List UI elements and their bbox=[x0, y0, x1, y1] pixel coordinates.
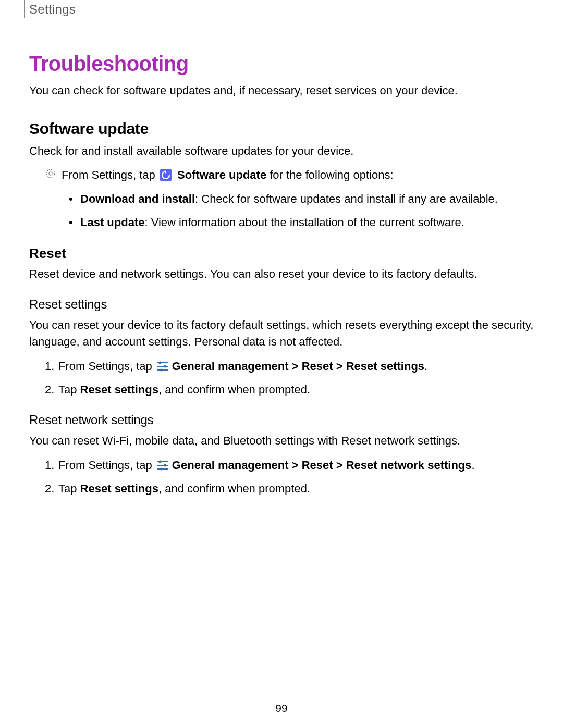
software-update-heading: Software update bbox=[29, 120, 534, 138]
gear-icon bbox=[45, 168, 56, 179]
step-prefix: Tap bbox=[58, 482, 80, 495]
reset-heading: Reset bbox=[29, 245, 534, 262]
list-item: From Settings, tap General management > … bbox=[45, 357, 534, 375]
intro-text: You can check for software updates and, … bbox=[29, 83, 534, 99]
breadcrumb: Settings bbox=[29, 2, 534, 17]
step-suffix: . bbox=[472, 459, 475, 472]
bullet-desc: : Check for software updates and install… bbox=[195, 192, 498, 205]
general-management-icon bbox=[156, 460, 169, 471]
bullet-label: Last update bbox=[80, 216, 144, 229]
step-prefix: Tap bbox=[58, 383, 80, 396]
software-update-desc: Check for and install available software… bbox=[29, 143, 534, 159]
svg-point-0 bbox=[46, 169, 55, 178]
breadcrumb-section: Settings bbox=[29, 0, 534, 21]
breadcrumb-bar bbox=[24, 0, 25, 18]
list-item: Tap Reset settings, and confirm when pro… bbox=[45, 480, 534, 497]
list-item: Last update: View information about the … bbox=[69, 214, 534, 231]
step-prefix: From Settings, tap bbox=[62, 168, 158, 181]
svg-point-1 bbox=[49, 171, 52, 175]
software-update-step-text: From Settings, tap Software update for t… bbox=[62, 167, 394, 183]
step-suffix: for the following options: bbox=[266, 168, 393, 181]
bullet-label: Download and install bbox=[80, 192, 195, 205]
step-bold: General management > Reset > Reset netwo… bbox=[172, 459, 472, 472]
update-icon bbox=[160, 169, 172, 181]
bullet-desc: : View information about the installatio… bbox=[144, 216, 464, 229]
step-prefix: From Settings, tap bbox=[58, 459, 155, 472]
step-bold: Reset settings bbox=[80, 383, 158, 396]
reset-settings-steps: From Settings, tap General management > … bbox=[29, 357, 534, 398]
list-item: Tap Reset settings, and confirm when pro… bbox=[45, 381, 534, 398]
list-item: From Settings, tap General management > … bbox=[45, 456, 534, 474]
page-title: Troubleshooting bbox=[29, 52, 534, 76]
step-suffix: . bbox=[424, 360, 427, 373]
step-bold: Software update bbox=[177, 168, 266, 181]
step-bold: General management > Reset > Reset setti… bbox=[172, 360, 424, 373]
software-update-step: From Settings, tap Software update for t… bbox=[29, 167, 534, 183]
reset-network-heading: Reset network settings bbox=[29, 413, 534, 427]
list-item: Download and install: Check for software… bbox=[69, 191, 534, 207]
reset-network-desc: You can reset Wi-Fi, mobile data, and Bl… bbox=[29, 433, 534, 449]
step-suffix: , and confirm when prompted. bbox=[158, 383, 310, 396]
step-prefix: From Settings, tap bbox=[58, 360, 155, 373]
general-management-icon bbox=[156, 361, 169, 372]
step-suffix: , and confirm when prompted. bbox=[158, 482, 310, 495]
page-number: 99 bbox=[0, 702, 563, 714]
reset-settings-heading: Reset settings bbox=[29, 297, 534, 312]
reset-network-steps: From Settings, tap General management > … bbox=[29, 456, 534, 497]
reset-settings-desc: You can reset your device to its factory… bbox=[29, 317, 534, 350]
software-update-bullets: Download and install: Check for software… bbox=[29, 191, 534, 231]
step-bold: Reset settings bbox=[80, 482, 158, 495]
reset-desc: Reset device and network settings. You c… bbox=[29, 266, 534, 282]
